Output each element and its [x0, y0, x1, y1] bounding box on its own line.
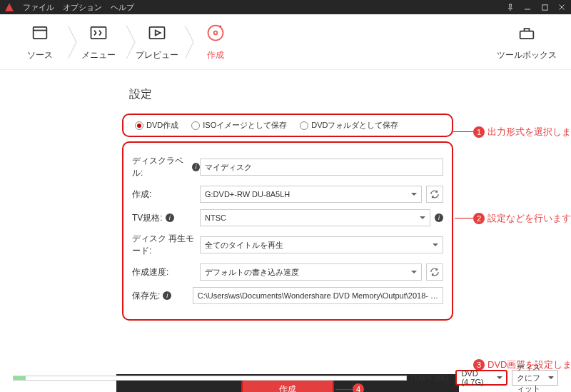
menu-file[interactable]: ファイル [23, 2, 54, 13]
refresh-icon [430, 189, 440, 199]
info-icon[interactable]: i [435, 213, 443, 222]
panel-title: 設定 [129, 87, 459, 102]
radio-iso[interactable]: ISOイメージとして保存 [191, 120, 287, 131]
svg-point-10 [214, 31, 218, 34]
menu-icon [89, 23, 108, 45]
refresh-burner-button[interactable] [426, 186, 443, 203]
title-bar: ファイル オプション ヘルプ [0, 0, 571, 14]
minimize-button[interactable] [522, 2, 532, 12]
row-playmode: ディスク 再生モード: 全てのタイトルを再生 [132, 233, 443, 257]
source-icon [30, 23, 50, 45]
toolbox-label: ツールボックス [497, 49, 557, 61]
row-speed: 作成速度: デフォルトの書き込み速度 [132, 263, 443, 281]
radio-icon [300, 121, 308, 130]
media-select[interactable]: DVD (4.7G) [455, 370, 507, 386]
toolbox-icon [517, 23, 537, 45]
disc-label-input[interactable]: マイディスク [200, 159, 443, 176]
info-icon[interactable]: i [166, 213, 174, 222]
field-label: ディスク 再生モード: [132, 233, 200, 257]
row-tv: TV規格: i NTSC i [132, 209, 443, 226]
step-label: メニュー [81, 49, 116, 61]
radio-icon [191, 121, 200, 130]
field-label: 保存先: i [132, 290, 193, 302]
pin-button[interactable] [505, 2, 515, 12]
svg-rect-4 [34, 26, 47, 38]
annotation-line [455, 218, 473, 218]
field-label: ディスクラベル: i [132, 155, 200, 179]
refresh-icon [430, 267, 440, 277]
preview-icon [147, 23, 167, 45]
radio-label: DVDフォルダとして保存 [311, 120, 398, 131]
svg-rect-11 [520, 31, 534, 38]
field-label: TV規格: i [132, 212, 200, 224]
svg-rect-7 [150, 26, 165, 38]
info-icon[interactable]: i [163, 291, 171, 300]
title-bar-left: ファイル オプション ヘルプ [4, 2, 134, 13]
field-label: 作成: [132, 189, 200, 201]
tv-select[interactable]: NTSC [200, 209, 430, 226]
app-logo-icon [4, 2, 14, 12]
capacity-progress [13, 376, 407, 381]
row-save: 保存先: i C:\Users\ws\Documents\Wondershare… [132, 287, 443, 304]
save-path-input[interactable]: C:\Users\ws\Documents\Wondershare DVD Me… [193, 287, 443, 304]
menu-help[interactable]: ヘルプ [111, 2, 134, 13]
settings-panel: 設定 DVD作成 ISOイメージとして保存 DVDフォルダとして保存 ディスクラ… [116, 79, 459, 321]
svg-rect-6 [91, 26, 106, 38]
step-label: ソース [27, 49, 53, 61]
menu-option[interactable]: オプション [63, 2, 102, 13]
annotation-number: 2 [473, 213, 485, 224]
annotation-1: 1出力形式を選択します。 [473, 126, 571, 139]
close-button[interactable] [557, 2, 567, 12]
radio-label: ISOイメージとして保存 [203, 120, 287, 131]
refresh-speed-button[interactable] [426, 263, 443, 281]
window-controls [505, 2, 567, 12]
maximize-button[interactable] [540, 2, 550, 12]
step-create[interactable]: 作成 [186, 23, 245, 61]
annotation-line [453, 131, 473, 132]
radio-icon [135, 121, 143, 130]
annotation-2: 2設定などを行います。 [473, 212, 571, 225]
radio-label: DVD作成 [146, 120, 178, 131]
svg-rect-1 [542, 4, 547, 9]
field-label: 作成速度: [132, 266, 200, 278]
step-menu[interactable]: メニュー [69, 23, 128, 61]
step-preview[interactable]: プレビュー [128, 23, 186, 61]
progress-text: 75M/4.30G [410, 373, 448, 382]
radio-folder[interactable]: DVDフォルダとして保存 [300, 120, 398, 131]
row-disc-label: ディスクラベル: i マイディスク [132, 155, 443, 179]
speed-select[interactable]: デフォルトの書き込み速度 [200, 263, 422, 281]
toolbox-button[interactable]: ツールボックス [497, 23, 557, 61]
burner-select[interactable]: G:DVD+-RW DU-8A5LH [200, 186, 422, 203]
step-bar: ソース メニュー プレビュー 作成 ツールボックス [0, 14, 571, 70]
step-label: 作成 [207, 49, 224, 61]
settings-body: ディスクラベル: i マイディスク 作成: G:DVD+-RW DU-8A5LH… [122, 141, 453, 321]
playmode-select[interactable]: 全てのタイトルを再生 [200, 236, 443, 253]
annotation-number: 1 [473, 126, 485, 138]
fit-select[interactable]: ディスクにフィット [512, 370, 558, 386]
svg-point-9 [208, 25, 223, 40]
svg-marker-8 [156, 30, 161, 35]
bottom-bar: 75M/4.30G DVD (4.7G) ディスクにフィット [0, 365, 571, 392]
radio-dvd[interactable]: DVD作成 [135, 120, 178, 131]
content-area: 設定 DVD作成 ISOイメージとして保存 DVDフォルダとして保存 ディスクラ… [0, 71, 571, 358]
output-format-group: DVD作成 ISOイメージとして保存 DVDフォルダとして保存 [122, 114, 453, 137]
info-icon[interactable]: i [192, 163, 200, 171]
step-label: プレビュー [136, 49, 178, 61]
row-burner: 作成: G:DVD+-RW DU-8A5LH [132, 186, 443, 203]
disc-icon [206, 23, 226, 45]
step-source[interactable]: ソース [11, 23, 69, 61]
progress-fill [14, 376, 26, 380]
